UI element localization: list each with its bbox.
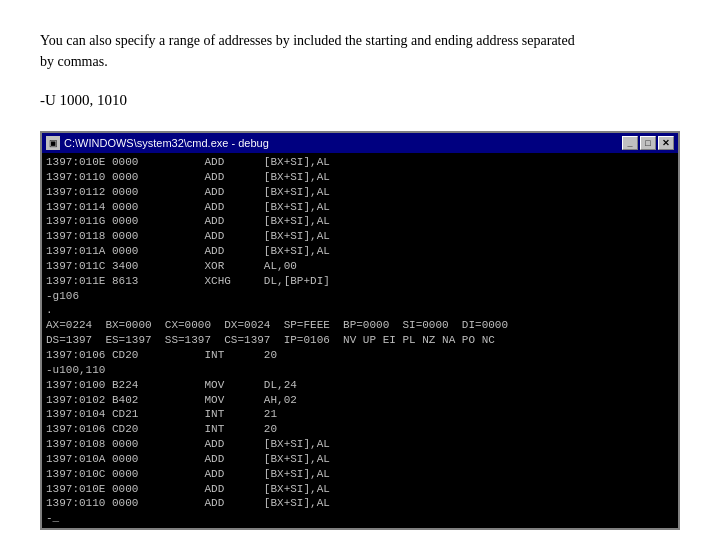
cmd-line: 1397:011C 3400 XOR AL,00 [46, 259, 674, 274]
cmd-line: 1397:0112 0000 ADD [BX+SI],AL [46, 185, 674, 200]
cmd-title-text: C:\WINDOWS\system32\cmd.exe - debug [64, 137, 269, 149]
cmd-titlebar: ▣ C:\WINDOWS\system32\cmd.exe - debug _ … [42, 133, 678, 153]
cmd-line: 1397:0104 CD21 INT 21 [46, 407, 674, 422]
cmd-line: 1397:010E 0000 ADD [BX+SI],AL [46, 155, 674, 170]
titlebar-left: ▣ C:\WINDOWS\system32\cmd.exe - debug [46, 136, 269, 150]
cmd-line: 1397:0108 0000 ADD [BX+SI],AL [46, 437, 674, 452]
cmd-line: 1397:010E 0000 ADD [BX+SI],AL [46, 482, 674, 497]
cmd-line: 1397:0106 CD20 INT 20 [46, 348, 674, 363]
cmd-window[interactable]: ▣ C:\WINDOWS\system32\cmd.exe - debug _ … [40, 131, 680, 530]
desc-line2: by commas. [40, 54, 108, 69]
command-text: -U 1000, 1010 [40, 92, 127, 108]
description-text: You can also specify a range of addresse… [40, 30, 680, 72]
command-example: -U 1000, 1010 [40, 92, 680, 109]
cmd-line: 1397:0100 B224 MOV DL,24 [46, 378, 674, 393]
cmd-line: -u100,110 [46, 363, 674, 378]
cmd-line: 1397:0102 B402 MOV AH,02 [46, 393, 674, 408]
cmd-line: 1397:0110 0000 ADD [BX+SI],AL [46, 496, 674, 511]
cmd-line: 1397:011A 0000 ADD [BX+SI],AL [46, 244, 674, 259]
cmd-line: . [46, 303, 674, 318]
cmd-line: 1397:0118 0000 ADD [BX+SI],AL [46, 229, 674, 244]
desc-line1: You can also specify a range of addresse… [40, 33, 575, 48]
cmd-line: AX=0224 BX=0000 CX=0000 DX=0024 SP=FEEE … [46, 318, 674, 333]
restore-button[interactable]: □ [640, 136, 656, 150]
titlebar-buttons: _ □ ✕ [622, 136, 674, 150]
cmd-line: 1397:0114 0000 ADD [BX+SI],AL [46, 200, 674, 215]
cmd-line: 1397:010A 0000 ADD [BX+SI],AL [46, 452, 674, 467]
close-button[interactable]: ✕ [658, 136, 674, 150]
minimize-button[interactable]: _ [622, 136, 638, 150]
cmd-line: DS=1397 ES=1397 SS=1397 CS=1397 IP=0106 … [46, 333, 674, 348]
cmd-line: 1397:010C 0000 ADD [BX+SI],AL [46, 467, 674, 482]
cmd-line: 1397:0110 0000 ADD [BX+SI],AL [46, 170, 674, 185]
page-container: You can also specify a range of addresse… [0, 0, 720, 540]
cmd-line: 1397:0106 CD20 INT 20 [46, 422, 674, 437]
cmd-body: 1397:010E 0000 ADD [BX+SI],AL1397:0110 0… [42, 153, 678, 528]
cmd-line: 1397:011E 8613 XCHG DL,[BP+DI] [46, 274, 674, 289]
cmd-line: -g106 [46, 289, 674, 304]
cmd-line: -_ [46, 511, 674, 526]
cmd-line: 1397:011G 0000 ADD [BX+SI],AL [46, 214, 674, 229]
cmd-icon: ▣ [46, 136, 60, 150]
